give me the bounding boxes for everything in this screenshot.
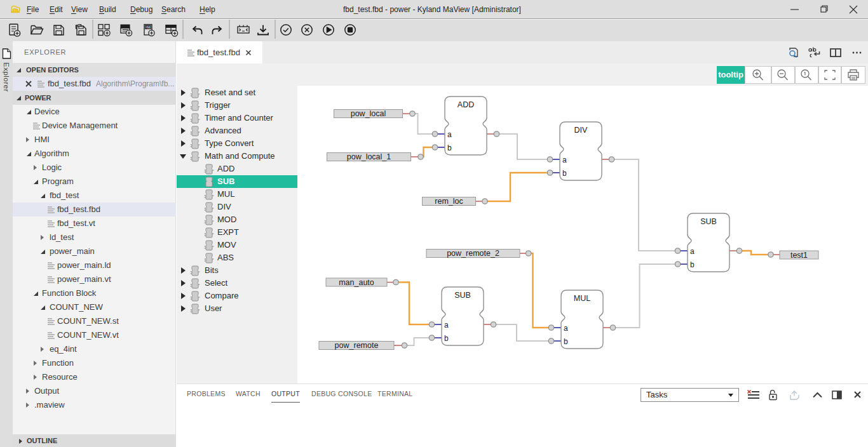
svg-text:a: a	[447, 130, 452, 139]
svg-text:b: b	[690, 260, 695, 269]
svg-text:pow_remote_2: pow_remote_2	[447, 249, 499, 258]
svg-text:b: b	[562, 169, 567, 178]
svg-text:man_auto: man_auto	[339, 278, 374, 287]
svg-text:b: b	[447, 143, 452, 152]
svg-text:pow_local: pow_local	[351, 109, 386, 118]
svg-text:b: b	[444, 334, 449, 343]
svg-text:rem_loc: rem_loc	[435, 197, 463, 206]
svg-text:DIV: DIV	[574, 126, 588, 135]
svg-text:MUL: MUL	[574, 294, 590, 303]
svg-text:a: a	[562, 156, 567, 164]
svg-text:a: a	[444, 321, 449, 330]
svg-text:b: b	[564, 337, 568, 346]
svg-text:SUB: SUB	[700, 217, 717, 226]
svg-text:test1: test1	[790, 251, 808, 260]
svg-text:SUB: SUB	[454, 291, 471, 300]
svg-text:pow_local_1: pow_local_1	[347, 152, 391, 161]
svg-text:ADD: ADD	[458, 100, 474, 109]
svg-text:pow_remote: pow_remote	[335, 341, 379, 350]
svg-text:a: a	[690, 247, 695, 256]
svg-text:HMI: HMI	[146, 26, 151, 29]
svg-text:a: a	[564, 324, 568, 333]
